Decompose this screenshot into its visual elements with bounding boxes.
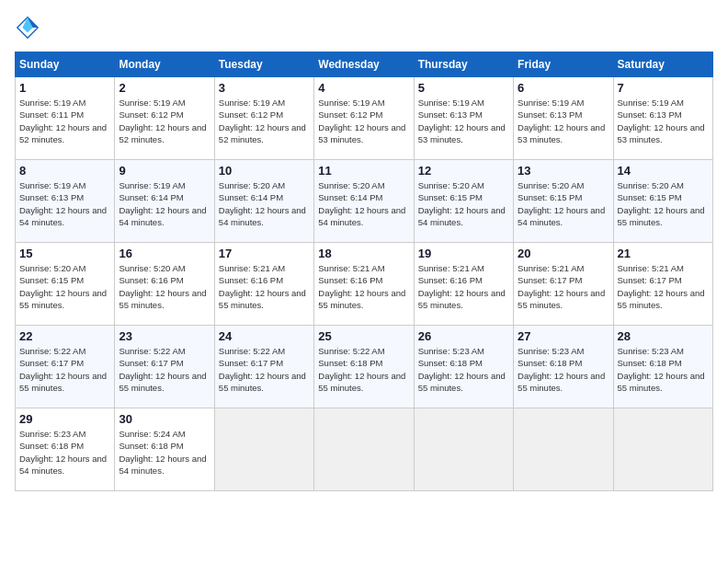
cell-details: Sunrise: 5:23 AMSunset: 6:18 PMDaylight:…	[418, 345, 509, 394]
calendar-week-row: 15Sunrise: 5:20 AMSunset: 6:15 PMDayligh…	[16, 243, 713, 326]
cell-details: Sunrise: 5:19 AMSunset: 6:12 PMDaylight:…	[119, 97, 210, 145]
calendar-week-row: 29Sunrise: 5:23 AMSunset: 6:18 PMDayligh…	[16, 408, 713, 491]
calendar-cell: 30Sunrise: 5:24 AMSunset: 6:18 PMDayligh…	[115, 408, 214, 491]
calendar-cell: 21Sunrise: 5:21 AMSunset: 6:17 PMDayligh…	[613, 243, 712, 326]
calendar-cell: 5Sunrise: 5:19 AMSunset: 6:13 PMDaylight…	[414, 77, 513, 160]
cell-details: Sunrise: 5:19 AMSunset: 6:12 PMDaylight:…	[318, 97, 409, 145]
calendar-week-row: 22Sunrise: 5:22 AMSunset: 6:17 PMDayligh…	[16, 326, 713, 408]
calendar-week-row: 8Sunrise: 5:19 AMSunset: 6:13 PMDaylight…	[16, 160, 713, 243]
day-number: 12	[418, 164, 509, 178]
day-number: 26	[418, 329, 509, 343]
cell-details: Sunrise: 5:22 AMSunset: 6:17 PMDaylight:…	[19, 345, 110, 394]
svg-marker-2	[22, 17, 32, 33]
day-number: 13	[518, 164, 609, 178]
column-header-wednesday: Wednesday	[314, 52, 414, 77]
day-number: 28	[618, 329, 709, 343]
cell-details: Sunrise: 5:20 AMSunset: 6:14 PMDaylight:…	[219, 179, 310, 228]
day-number: 11	[318, 164, 409, 178]
day-number: 24	[219, 329, 310, 343]
day-number: 22	[19, 329, 110, 343]
column-header-saturday: Saturday	[613, 52, 712, 77]
cell-details: Sunrise: 5:20 AMSunset: 6:15 PMDaylight:…	[518, 179, 609, 228]
calendar-cell: 4Sunrise: 5:19 AMSunset: 6:12 PMDaylight…	[314, 77, 414, 160]
cell-details: Sunrise: 5:23 AMSunset: 6:18 PMDaylight:…	[518, 345, 609, 394]
calendar-week-row: 1Sunrise: 5:19 AMSunset: 6:11 PMDaylight…	[16, 77, 713, 160]
calendar-cell: 9Sunrise: 5:19 AMSunset: 6:14 PMDaylight…	[115, 160, 214, 243]
calendar-cell	[613, 408, 712, 491]
day-number: 9	[119, 164, 210, 178]
day-number: 15	[19, 247, 110, 260]
calendar-cell: 15Sunrise: 5:20 AMSunset: 6:15 PMDayligh…	[16, 243, 115, 326]
day-number: 19	[418, 247, 509, 260]
cell-details: Sunrise: 5:21 AMSunset: 6:16 PMDaylight:…	[418, 262, 509, 311]
logo-icon	[15, 15, 40, 40]
calendar-cell: 14Sunrise: 5:20 AMSunset: 6:15 PMDayligh…	[613, 160, 712, 243]
calendar-cell	[214, 408, 313, 491]
cell-details: Sunrise: 5:21 AMSunset: 6:16 PMDaylight:…	[318, 262, 409, 311]
cell-details: Sunrise: 5:22 AMSunset: 6:17 PMDaylight:…	[219, 345, 310, 394]
day-number: 21	[618, 247, 709, 260]
page-header	[15, 15, 713, 40]
day-number: 7	[618, 81, 709, 95]
calendar-cell: 25Sunrise: 5:22 AMSunset: 6:18 PMDayligh…	[314, 326, 414, 408]
cell-details: Sunrise: 5:20 AMSunset: 6:15 PMDaylight:…	[618, 179, 709, 228]
cell-details: Sunrise: 5:19 AMSunset: 6:14 PMDaylight:…	[119, 179, 210, 228]
calendar-header-row: SundayMondayTuesdayWednesdayThursdayFrid…	[16, 52, 713, 77]
cell-details: Sunrise: 5:19 AMSunset: 6:13 PMDaylight:…	[418, 97, 509, 145]
calendar-cell: 10Sunrise: 5:20 AMSunset: 6:14 PMDayligh…	[214, 160, 313, 243]
day-number: 29	[19, 412, 110, 426]
cell-details: Sunrise: 5:19 AMSunset: 6:13 PMDaylight:…	[618, 97, 709, 145]
cell-details: Sunrise: 5:21 AMSunset: 6:16 PMDaylight:…	[219, 262, 310, 311]
cell-details: Sunrise: 5:19 AMSunset: 6:12 PMDaylight:…	[219, 97, 310, 145]
cell-details: Sunrise: 5:23 AMSunset: 6:18 PMDaylight:…	[19, 428, 110, 477]
calendar-cell	[414, 408, 513, 491]
calendar-cell: 27Sunrise: 5:23 AMSunset: 6:18 PMDayligh…	[514, 326, 613, 408]
day-number: 8	[19, 164, 110, 178]
cell-details: Sunrise: 5:22 AMSunset: 6:18 PMDaylight:…	[318, 345, 409, 394]
calendar-cell	[314, 408, 414, 491]
calendar-cell: 28Sunrise: 5:23 AMSunset: 6:18 PMDayligh…	[613, 326, 712, 408]
cell-details: Sunrise: 5:19 AMSunset: 6:13 PMDaylight:…	[518, 97, 609, 145]
calendar-cell: 26Sunrise: 5:23 AMSunset: 6:18 PMDayligh…	[414, 326, 513, 408]
day-number: 30	[119, 412, 210, 426]
cell-details: Sunrise: 5:19 AMSunset: 6:13 PMDaylight:…	[19, 179, 110, 228]
calendar-cell: 8Sunrise: 5:19 AMSunset: 6:13 PMDaylight…	[16, 160, 115, 243]
day-number: 14	[618, 164, 709, 178]
logo	[15, 15, 44, 40]
calendar-cell: 17Sunrise: 5:21 AMSunset: 6:16 PMDayligh…	[214, 243, 313, 326]
calendar-cell: 3Sunrise: 5:19 AMSunset: 6:12 PMDaylight…	[214, 77, 313, 160]
calendar-cell: 1Sunrise: 5:19 AMSunset: 6:11 PMDaylight…	[16, 77, 115, 160]
cell-details: Sunrise: 5:20 AMSunset: 6:15 PMDaylight:…	[19, 262, 110, 311]
day-number: 5	[418, 81, 509, 95]
day-number: 6	[518, 81, 609, 95]
calendar-cell	[514, 408, 613, 491]
calendar-cell: 13Sunrise: 5:20 AMSunset: 6:15 PMDayligh…	[514, 160, 613, 243]
cell-details: Sunrise: 5:21 AMSunset: 6:17 PMDaylight:…	[618, 262, 709, 311]
day-number: 1	[19, 81, 110, 95]
day-number: 10	[219, 164, 310, 178]
day-number: 20	[518, 247, 609, 260]
cell-details: Sunrise: 5:22 AMSunset: 6:17 PMDaylight:…	[119, 345, 210, 394]
cell-details: Sunrise: 5:20 AMSunset: 6:14 PMDaylight:…	[318, 179, 409, 228]
calendar-cell: 23Sunrise: 5:22 AMSunset: 6:17 PMDayligh…	[115, 326, 214, 408]
day-number: 17	[219, 247, 310, 260]
cell-details: Sunrise: 5:24 AMSunset: 6:18 PMDaylight:…	[119, 428, 210, 477]
calendar-cell: 6Sunrise: 5:19 AMSunset: 6:13 PMDaylight…	[514, 77, 613, 160]
day-number: 2	[119, 81, 210, 95]
calendar-table: SundayMondayTuesdayWednesdayThursdayFrid…	[15, 52, 713, 491]
cell-details: Sunrise: 5:20 AMSunset: 6:16 PMDaylight:…	[119, 262, 210, 311]
column-header-tuesday: Tuesday	[214, 52, 313, 77]
calendar-cell: 20Sunrise: 5:21 AMSunset: 6:17 PMDayligh…	[514, 243, 613, 326]
calendar-cell: 16Sunrise: 5:20 AMSunset: 6:16 PMDayligh…	[115, 243, 214, 326]
day-number: 3	[219, 81, 310, 95]
cell-details: Sunrise: 5:20 AMSunset: 6:15 PMDaylight:…	[418, 179, 509, 228]
calendar-cell: 18Sunrise: 5:21 AMSunset: 6:16 PMDayligh…	[314, 243, 414, 326]
day-number: 27	[518, 329, 609, 343]
cell-details: Sunrise: 5:21 AMSunset: 6:17 PMDaylight:…	[518, 262, 609, 311]
day-number: 16	[119, 247, 210, 260]
calendar-cell: 29Sunrise: 5:23 AMSunset: 6:18 PMDayligh…	[16, 408, 115, 491]
calendar-cell: 11Sunrise: 5:20 AMSunset: 6:14 PMDayligh…	[314, 160, 414, 243]
calendar-cell: 2Sunrise: 5:19 AMSunset: 6:12 PMDaylight…	[115, 77, 214, 160]
calendar-cell: 12Sunrise: 5:20 AMSunset: 6:15 PMDayligh…	[414, 160, 513, 243]
cell-details: Sunrise: 5:23 AMSunset: 6:18 PMDaylight:…	[618, 345, 709, 394]
